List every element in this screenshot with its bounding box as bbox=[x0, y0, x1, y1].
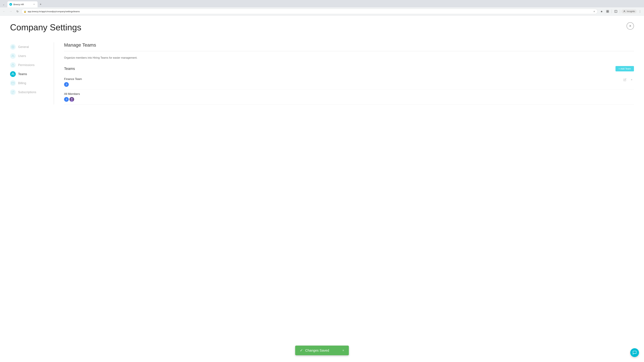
teams-label: Teams bbox=[64, 66, 75, 71]
sidebar-item-permissions[interactable]: Permissions bbox=[10, 60, 44, 69]
avatars-finance: J bbox=[64, 82, 634, 87]
incognito-badge: Incognito bbox=[621, 9, 636, 13]
new-tab-btn[interactable]: + bbox=[38, 2, 43, 7]
sidebar-item-subscriptions[interactable]: Subscriptions bbox=[10, 88, 44, 97]
delete-team-btn-finance[interactable]: × bbox=[629, 77, 634, 82]
changes-saved-toast: ✓ Changes Saved × bbox=[295, 346, 349, 355]
avatars-all: J bbox=[64, 97, 634, 102]
sidebar-label-permissions: Permissions bbox=[18, 63, 34, 67]
svg-rect-0 bbox=[606, 10, 608, 11]
tab-title: Breezy HR bbox=[14, 3, 31, 6]
split-view-btn[interactable] bbox=[613, 9, 618, 14]
section-title: Manage Teams bbox=[64, 42, 634, 48]
page-title: Company Settings bbox=[10, 22, 81, 32]
svg-point-8 bbox=[12, 55, 13, 56]
tab-bar: ⌄ B Breezy HR × + bbox=[0, 0, 644, 7]
billing-icon bbox=[10, 80, 16, 86]
sidebar-item-billing[interactable]: Billing bbox=[10, 79, 44, 88]
extensions-btn[interactable] bbox=[605, 9, 610, 14]
chat-btn[interactable] bbox=[630, 348, 639, 357]
close-settings-btn[interactable]: × bbox=[626, 22, 634, 30]
sidebar-item-teams[interactable]: Teams bbox=[10, 69, 44, 79]
team-name-finance: Finance Team bbox=[64, 77, 82, 81]
menu-btn[interactable]: ⋮ bbox=[637, 9, 643, 14]
team-actions-finance: × bbox=[622, 77, 634, 82]
svg-rect-11 bbox=[12, 82, 14, 84]
teams-header: Teams + Add Team bbox=[64, 66, 634, 71]
main-layout: General Users Permissions Teams bbox=[10, 42, 634, 105]
avatar-j-all: J bbox=[64, 97, 69, 102]
svg-point-14 bbox=[71, 98, 72, 100]
svg-rect-9 bbox=[12, 65, 14, 66]
svg-point-10 bbox=[12, 73, 13, 74]
edit-team-btn-finance[interactable] bbox=[622, 77, 627, 82]
permissions-icon bbox=[10, 62, 16, 68]
page-content: Company Settings × General Users bbox=[0, 15, 644, 362]
sidebar-item-users[interactable]: Users bbox=[10, 51, 44, 60]
tab-favicon: B bbox=[10, 3, 12, 6]
svg-rect-2 bbox=[606, 11, 608, 12]
svg-rect-3 bbox=[608, 11, 609, 12]
team-row-header: Finance Team × bbox=[64, 77, 634, 82]
add-team-btn[interactable]: + Add Team bbox=[616, 66, 634, 71]
tab-close-btn[interactable]: × bbox=[32, 3, 36, 6]
sidebar-item-general[interactable]: General bbox=[10, 42, 44, 51]
active-tab[interactable]: B Breezy HR × bbox=[8, 1, 38, 7]
general-icon bbox=[10, 44, 16, 50]
toast-check-icon: ✓ bbox=[300, 348, 303, 353]
team-row: Finance Team × J bbox=[64, 75, 634, 90]
address-bar[interactable]: 🔒 ★ bbox=[22, 9, 598, 14]
team-row-header-all: All Members bbox=[64, 92, 634, 97]
sidebar-label-teams: Teams bbox=[18, 72, 27, 76]
sidebar: General Users Permissions Teams bbox=[10, 42, 44, 105]
back-btn[interactable]: ← bbox=[1, 9, 7, 14]
forward-btn[interactable]: → bbox=[8, 9, 14, 14]
browser-toolbar: ← → ↻ 🔒 ★ ★ Incognito ⋮ bbox=[0, 7, 644, 15]
tab-list-btn[interactable]: ⌄ bbox=[1, 2, 6, 7]
sidebar-label-billing: Billing bbox=[18, 81, 26, 85]
nav-buttons: ⌄ bbox=[1, 2, 6, 7]
bookmark-btn[interactable]: ★ bbox=[599, 9, 604, 14]
sidebar-label-users: Users bbox=[18, 54, 26, 58]
main-panel: Manage Teams Organize members into Hirin… bbox=[54, 42, 634, 105]
sidebar-label-subscriptions: Subscriptions bbox=[18, 90, 36, 94]
refresh-btn[interactable]: ↻ bbox=[15, 9, 20, 14]
teams-icon bbox=[10, 71, 16, 77]
team-row-all-members: All Members J bbox=[64, 90, 634, 105]
svg-point-7 bbox=[12, 46, 14, 47]
page-header: Company Settings × bbox=[10, 22, 634, 32]
toolbar-right: ★ Incognito ⋮ bbox=[599, 9, 643, 14]
browser-chrome: ⌄ B Breezy HR × + ← → ↻ 🔒 ★ ★ bbox=[0, 0, 644, 15]
svg-point-6 bbox=[624, 10, 625, 11]
team-name-all: All Members bbox=[64, 92, 80, 96]
avatar-j-finance: J bbox=[64, 82, 69, 87]
address-input[interactable] bbox=[28, 10, 592, 13]
users-icon bbox=[10, 53, 16, 59]
toast-message: Changes Saved bbox=[305, 349, 329, 353]
subscriptions-icon bbox=[10, 89, 16, 95]
avatar-img-all bbox=[70, 97, 74, 102]
section-description: Organize members into Hiring Teams for e… bbox=[64, 56, 634, 59]
toast-close-btn[interactable]: × bbox=[342, 349, 344, 352]
sidebar-label-general: General bbox=[18, 45, 29, 49]
svg-rect-1 bbox=[608, 10, 609, 11]
